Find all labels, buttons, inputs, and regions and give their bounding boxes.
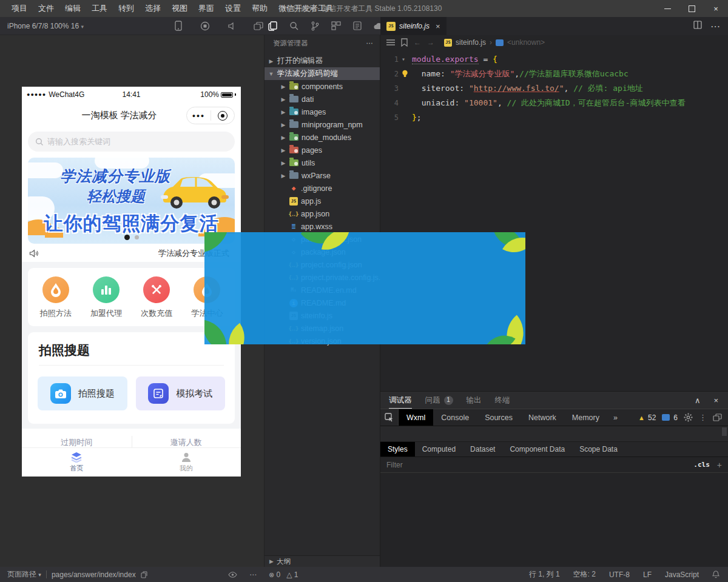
error-count[interactable]: ⊗ 0 [269, 570, 280, 579]
outline-section[interactable]: ▶大纲 [265, 555, 380, 567]
tab-mine[interactable]: 我的 [132, 448, 241, 477]
menu-item-4[interactable]: 转到 [113, 0, 140, 17]
inspect-element-icon[interactable] [380, 409, 399, 426]
exit-miniapp-button[interactable] [211, 111, 235, 121]
statusbar-more-icon[interactable]: ⋯ [249, 570, 257, 579]
eye-icon[interactable] [228, 572, 237, 578]
fold-icon[interactable]: ▾ [399, 52, 408, 67]
multi-window-icon[interactable] [253, 21, 264, 32]
devtools-tab-memory[interactable]: Memory [564, 409, 607, 426]
menu-item-1[interactable]: 文件 [33, 0, 59, 17]
status-item-4[interactable]: JavaScript [665, 570, 699, 579]
copy-path-icon[interactable] [141, 571, 147, 578]
breadcrumb[interactable]: JS siteinfo.js › <unknown> [444, 38, 545, 47]
wxml-tree-area[interactable] [380, 426, 728, 442]
file-row-pages[interactable]: ▶pages [265, 144, 380, 156]
nav-forward-icon[interactable]: → [427, 38, 434, 47]
file-row-images[interactable]: ▶images [265, 105, 380, 118]
search-input[interactable]: 请输入搜索关键词 [28, 132, 235, 152]
mute-icon[interactable] [226, 21, 237, 32]
maximize-button[interactable] [679, 0, 704, 17]
file-row-app.js[interactable]: JSapp.js [265, 195, 380, 207]
explorer-panel-icon[interactable] [267, 21, 278, 32]
menu-item-7[interactable]: 界面 [193, 0, 220, 17]
file-row-utils[interactable]: ▶utils [265, 156, 380, 169]
photo-search-button[interactable]: 拍照搜题 [38, 376, 127, 410]
page-path-selector[interactable]: 页面路径 ▾ [7, 569, 41, 580]
mock-exam-button[interactable]: 模拟考试 [136, 376, 226, 410]
menu-item-8[interactable]: 设置 [220, 0, 246, 17]
nav-back-icon[interactable]: ← [414, 38, 421, 47]
file-row-miniprogram_npm[interactable]: ▶miniprogram_npm [265, 118, 380, 131]
menu-item-0[interactable]: 项目 [6, 0, 33, 17]
phone-mode-icon[interactable] [173, 21, 184, 32]
code-editor[interactable]: 1▾module.exports = {2 name: "学法减分专业版",//… [380, 50, 728, 125]
file-row-wxParse[interactable]: ▶wxParse [265, 169, 380, 182]
cls-toggle[interactable]: .cls [693, 461, 710, 469]
status-item-2[interactable]: UTF-8 [609, 570, 630, 579]
debugger-tab-1[interactable]: 问题1 [425, 392, 453, 409]
debugger-tab-0[interactable]: 调试器 [389, 392, 412, 409]
debugger-tab-3[interactable]: 终端 [495, 392, 510, 409]
menu-item-3[interactable]: 工具 [86, 0, 113, 17]
styles-tab-scope-data[interactable]: Scope Data [572, 442, 625, 457]
debugger-tab-2[interactable]: 输出 [467, 392, 482, 409]
git-panel-icon[interactable] [309, 21, 320, 32]
layout-panel-icon[interactable] [331, 21, 342, 32]
bookmark-icon[interactable] [401, 38, 408, 47]
devtools-tab-network[interactable]: Network [521, 409, 564, 426]
tab-siteinfo-js[interactable]: JS siteinfo.js × [380, 17, 447, 35]
menu-item-9[interactable]: 帮助 [246, 0, 273, 17]
record-icon[interactable] [200, 21, 211, 32]
devtools-tab-sources[interactable]: Sources [477, 409, 521, 426]
lightbulb-icon[interactable] [401, 70, 409, 78]
status-item-0[interactable]: 行 1, 列 1 [529, 569, 560, 580]
file-panel-icon[interactable] [352, 21, 363, 32]
status-item-3[interactable]: LF [643, 570, 652, 579]
project-root-folder[interactable]: ▼学法减分源码前端 [265, 67, 380, 80]
file-row-components[interactable]: ▶components [265, 80, 380, 93]
tab-close-icon[interactable]: × [436, 22, 440, 31]
styles-tab-dataset[interactable]: Dataset [463, 442, 502, 457]
styles-tab-styles[interactable]: Styles [380, 442, 415, 457]
collapse-panel-icon[interactable]: ∧ [695, 396, 701, 405]
menu-item-5[interactable]: 选择 [140, 0, 166, 17]
devtools-popout-icon[interactable] [713, 413, 722, 421]
file-row-node_modules[interactable]: ▶node_modules [265, 131, 380, 144]
menu-item-6[interactable]: 视图 [166, 0, 193, 17]
warning-count-status[interactable]: △ 1 [286, 570, 298, 579]
open-editors-section[interactable]: ▶打开的编辑器 [265, 55, 380, 67]
scrollbar-thumb[interactable] [722, 427, 727, 436]
file-row-dati[interactable]: ▶dati [265, 93, 380, 105]
close-button[interactable]: × [704, 0, 728, 17]
styles-tab-computed[interactable]: Computed [415, 442, 463, 457]
devtools-tab-console[interactable]: Console [433, 409, 477, 426]
grid-item-1[interactable]: 加盟代理 [81, 276, 131, 319]
menu-icon[interactable] [386, 39, 395, 45]
grid-item-2[interactable]: 次数充值 [132, 276, 182, 319]
close-panel-icon[interactable]: × [713, 396, 718, 405]
devtools-kebab-icon[interactable]: ⋮ [699, 413, 707, 422]
bell-icon[interactable] [712, 570, 720, 578]
devtools-settings-icon[interactable] [684, 413, 693, 422]
grid-item-0[interactable]: 拍照方法 [30, 276, 81, 319]
devtools-more-tabs-icon[interactable]: » [607, 413, 624, 422]
status-item-1[interactable]: 空格: 2 [573, 569, 596, 580]
file-row-app.wxss[interactable]: ≣app.wxss [265, 220, 380, 233]
minimize-button[interactable] [655, 0, 679, 17]
explorer-more-icon[interactable]: ⋯ [366, 39, 374, 47]
filter-input[interactable]: Filter [386, 461, 693, 469]
device-selector[interactable]: iPhone 6/7/8 100% 16 ▾ [0, 22, 84, 30]
warning-count[interactable]: 52 [648, 413, 656, 422]
devtools-tab-wxml[interactable]: Wxml [399, 409, 433, 426]
info-count[interactable]: 6 [673, 413, 678, 422]
banner-carousel[interactable]: 学法减分专业版 轻松搜题 让你的驾照满分复活 [28, 158, 235, 244]
more-menu-button[interactable]: ●●● [187, 113, 211, 119]
page-path-value[interactable]: pages/answer/index/index [52, 570, 136, 579]
menu-item-2[interactable]: 编辑 [59, 0, 86, 17]
tab-home[interactable]: 首页 [22, 448, 132, 477]
file-row-.gitignore[interactable]: ◆.gitignore [265, 182, 380, 195]
add-style-icon[interactable]: + [717, 460, 722, 470]
split-editor-icon[interactable] [693, 21, 702, 32]
styles-tab-component-data[interactable]: Component Data [502, 442, 572, 457]
